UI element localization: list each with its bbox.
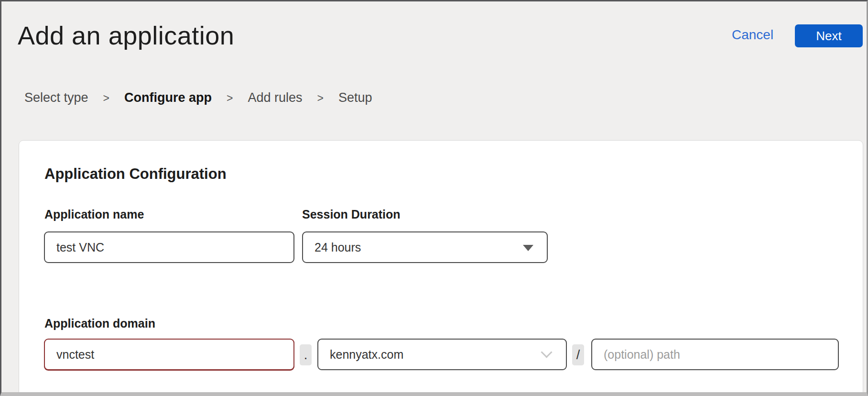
section-title: Application Configuration [44, 165, 227, 183]
session-duration-value: 24 hours [315, 241, 361, 254]
breadcrumb: Select type > Configure app > Add rules … [24, 90, 372, 105]
session-duration-select[interactable]: 24 hours [302, 231, 548, 263]
breadcrumb-separator: > [103, 92, 109, 105]
slash-separator: / [572, 344, 584, 365]
breadcrumb-step-configure-app[interactable]: Configure app [124, 90, 212, 105]
chevron-down-icon [541, 346, 552, 358]
domain-select-value: kennyatx.com [330, 348, 403, 362]
dot-separator: . [300, 344, 312, 365]
path-input[interactable] [591, 339, 839, 370]
breadcrumb-separator: > [317, 92, 324, 105]
session-duration-label: Session Duration [302, 208, 401, 221]
caret-down-icon [523, 245, 533, 251]
application-domain-label: Application domain [44, 317, 155, 330]
breadcrumb-step-select-type[interactable]: Select type [24, 90, 88, 105]
breadcrumb-step-add-rules[interactable]: Add rules [248, 90, 302, 105]
cancel-button[interactable]: Cancel [732, 27, 773, 43]
domain-select[interactable]: kennyatx.com [317, 339, 567, 370]
application-configuration-card: Application Configuration Application na… [19, 140, 863, 396]
application-name-label: Application name [44, 208, 144, 221]
breadcrumb-step-setup[interactable]: Setup [338, 90, 372, 105]
page-title: Add an application [18, 21, 234, 50]
breadcrumb-separator: > [227, 92, 233, 105]
application-name-input[interactable] [44, 231, 294, 263]
subdomain-input[interactable] [44, 339, 294, 370]
add-application-window: Add an application Cancel Next Select ty… [0, 0, 868, 396]
next-button[interactable]: Next [795, 24, 863, 47]
